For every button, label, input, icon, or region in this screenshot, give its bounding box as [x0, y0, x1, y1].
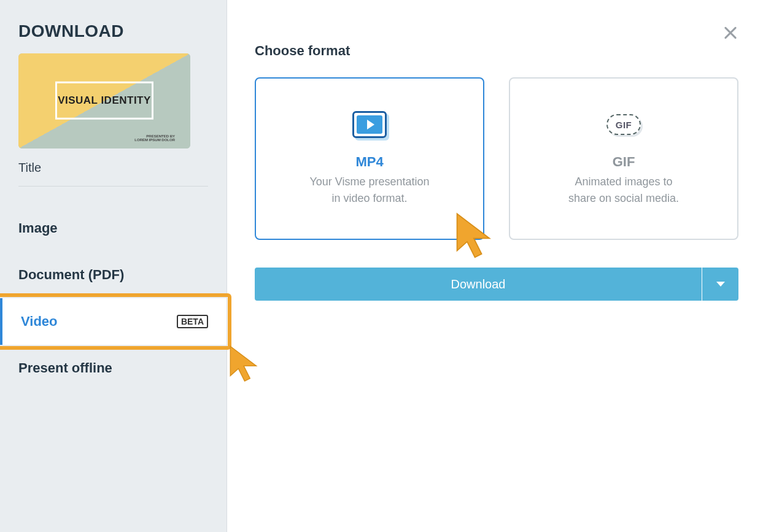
format-card-mp4-title: MP4	[355, 154, 383, 170]
divider	[18, 186, 208, 187]
download-button[interactable]: Download	[255, 268, 702, 301]
format-cards: MP4 Your Visme presentation in video for…	[255, 77, 738, 240]
format-card-gif-desc: Animated images to share on social media…	[568, 174, 679, 206]
download-button-group: Download	[255, 268, 738, 301]
sidebar-item-present-offline[interactable]: Present offline	[18, 345, 208, 391]
chevron-down-icon	[716, 282, 725, 287]
sidebar-item-image[interactable]: Image	[18, 205, 208, 252]
download-main: Choose format MP4 Your Visme presentatio…	[227, 0, 763, 532]
download-dropdown-button[interactable]	[702, 268, 738, 301]
format-card-mp4-desc: Your Visme presentation in video format.	[309, 174, 429, 206]
download-dialog: DOWNLOAD VISUAL IDENTITY PRESENTED BY LO…	[0, 0, 763, 532]
mp4-video-icon	[352, 111, 387, 138]
project-thumbnail: VISUAL IDENTITY PRESENTED BY LOREM IPSUM…	[18, 53, 190, 148]
thumbnail-title: VISUAL IDENTITY	[18, 94, 190, 107]
format-card-gif[interactable]: GIF GIF Animated images to share on soci…	[509, 77, 738, 240]
choose-format-heading: Choose format	[255, 43, 738, 59]
sidebar-item-video[interactable]: Video BETA	[0, 298, 227, 345]
close-icon[interactable]	[721, 23, 740, 42]
format-card-mp4[interactable]: MP4 Your Visme presentation in video for…	[255, 77, 484, 240]
title-label: Title	[18, 161, 208, 175]
sidebar-heading: DOWNLOAD	[18, 21, 208, 41]
download-sidebar: DOWNLOAD VISUAL IDENTITY PRESENTED BY LO…	[0, 0, 227, 532]
sidebar-item-video-label: Video	[21, 314, 58, 330]
sidebar-item-document[interactable]: Document (PDF)	[18, 252, 208, 298]
format-card-gif-title: GIF	[613, 154, 635, 170]
beta-badge: BETA	[177, 315, 208, 328]
gif-icon: GIF	[606, 111, 641, 138]
